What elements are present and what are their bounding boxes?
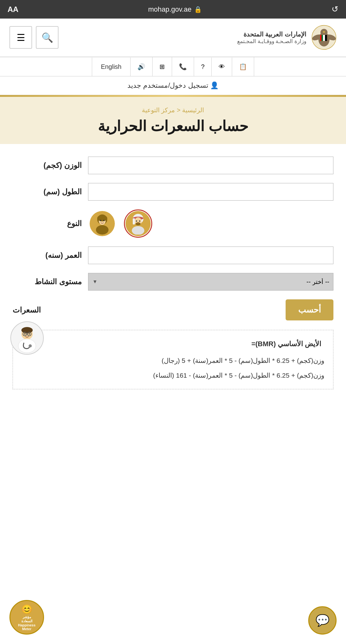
lock-icon: 🔒 xyxy=(194,6,202,13)
calories-label: السعرات xyxy=(13,306,41,314)
uae-emblem xyxy=(311,25,337,50)
svg-point-14 xyxy=(96,225,109,235)
svg-rect-21 xyxy=(133,218,135,225)
svg-point-15 xyxy=(100,220,101,221)
phone-button[interactable]: 📞 xyxy=(172,57,194,76)
age-label: العمر (سنه) xyxy=(13,251,82,260)
browser-url: 🔒 mohap.gov.ae xyxy=(148,5,202,14)
search-button[interactable]: 🔍 xyxy=(36,26,59,49)
svg-point-13 xyxy=(97,215,107,221)
svg-point-9 xyxy=(323,31,325,33)
svg-point-22 xyxy=(132,226,144,235)
svg-point-29 xyxy=(18,339,36,353)
site-header: الإمارات العربية المتحدة وزارة الصـحـة و… xyxy=(0,19,346,57)
svg-rect-7 xyxy=(325,35,327,41)
height-input[interactable] xyxy=(88,183,333,201)
language-toggle[interactable]: English xyxy=(92,58,131,76)
text-size-control[interactable]: AA xyxy=(8,5,19,14)
male-gender-btn[interactable] xyxy=(124,209,152,238)
activity-row: -- أختر -- مستوى النشاط xyxy=(13,273,333,291)
female-gender-btn[interactable] xyxy=(88,209,116,238)
formula-title: الأيض الأساسي (BMR)= xyxy=(22,338,321,350)
svg-point-25 xyxy=(136,222,141,225)
activity-select[interactable]: -- أختر -- xyxy=(88,273,333,291)
svg-point-24 xyxy=(139,220,140,222)
logo-area: الإمارات العربية المتحدة وزارة الصـحـة و… xyxy=(237,25,337,50)
weight-input[interactable] xyxy=(88,157,333,174)
page-header: الرئيسية < مركز التوعية حساب السعرات الح… xyxy=(0,97,346,144)
weight-row: الوزن (كجم) xyxy=(13,157,333,174)
calculate-button[interactable]: أحسب xyxy=(286,299,333,320)
svg-rect-6 xyxy=(323,35,325,41)
svg-rect-8 xyxy=(320,35,321,41)
svg-point-23 xyxy=(136,220,137,222)
user-login-text[interactable]: تسجيل دخول/مستخدم جديد xyxy=(127,81,208,89)
url-text: mohap.gov.ae xyxy=(148,5,192,14)
form-section: الوزن (كجم) الطول (سم) xyxy=(0,144,346,408)
help-button[interactable]: ? xyxy=(194,58,212,76)
org-name-line2: وزارة الصـحـة ووقـايـة المجـتمع xyxy=(237,38,306,45)
header-actions: 🔍 ☰ xyxy=(9,26,59,49)
svg-point-16 xyxy=(103,220,104,221)
toolbar: English 🔊 ⊞ 📞 ? 👁 📋 xyxy=(0,57,346,76)
list-button[interactable]: 📋 xyxy=(232,57,254,76)
org-name-line1: الإمارات العربية المتحدة xyxy=(237,31,306,38)
age-row: العمر (سنه) xyxy=(13,247,333,264)
activity-select-wrapper: -- أختر -- xyxy=(88,273,333,291)
male-formula: وزن(كجم) + 6.25 * الطول(سم) - 5 * العمر(… xyxy=(22,355,324,367)
weight-label: الوزن (كجم) xyxy=(13,161,82,170)
female-avatar xyxy=(90,211,115,236)
male-avatar xyxy=(126,211,151,236)
logo-text: الإمارات العربية المتحدة وزارة الصـحـة و… xyxy=(237,31,306,45)
user-icon: 👤 xyxy=(210,81,219,89)
svg-point-30 xyxy=(29,344,32,347)
formula-box: الأيض الأساسي (BMR)= وزن(كجم) + 6.25 * ا… xyxy=(13,330,333,389)
gender-row: النوع xyxy=(13,209,333,238)
accessibility-button[interactable]: 👁 xyxy=(212,58,232,76)
activity-label: مستوى النشاط xyxy=(13,277,82,286)
breadcrumb[interactable]: الرئيسية < مركز التوعية xyxy=(13,106,333,114)
refresh-icon[interactable]: ↺ xyxy=(332,4,338,14)
sitemap-button[interactable]: ⊞ xyxy=(153,57,172,76)
gender-label: النوع xyxy=(13,219,82,228)
calculate-row: أحسب السعرات xyxy=(13,299,333,320)
svg-point-34 xyxy=(24,333,25,335)
speaker-button[interactable]: 🔊 xyxy=(131,57,153,76)
age-input[interactable] xyxy=(88,247,333,264)
browser-bar: ↺ 🔒 mohap.gov.ae AA xyxy=(0,0,346,19)
doctor-avatar xyxy=(10,321,44,355)
height-row: الطول (سم) xyxy=(13,183,333,201)
female-formula: وزن(كجم) + 6.25 * الطول(سم) - 5 * العمر(… xyxy=(22,369,324,381)
svg-point-35 xyxy=(29,333,30,335)
svg-point-28 xyxy=(21,327,33,333)
user-login-bar[interactable]: 👤 تسجيل دخول/مستخدم جديد xyxy=(0,76,346,95)
height-label: الطول (سم) xyxy=(13,187,82,196)
page-title: حساب السعرات الحرارية xyxy=(13,118,333,135)
menu-button[interactable]: ☰ xyxy=(9,26,32,49)
gender-options xyxy=(88,209,333,238)
